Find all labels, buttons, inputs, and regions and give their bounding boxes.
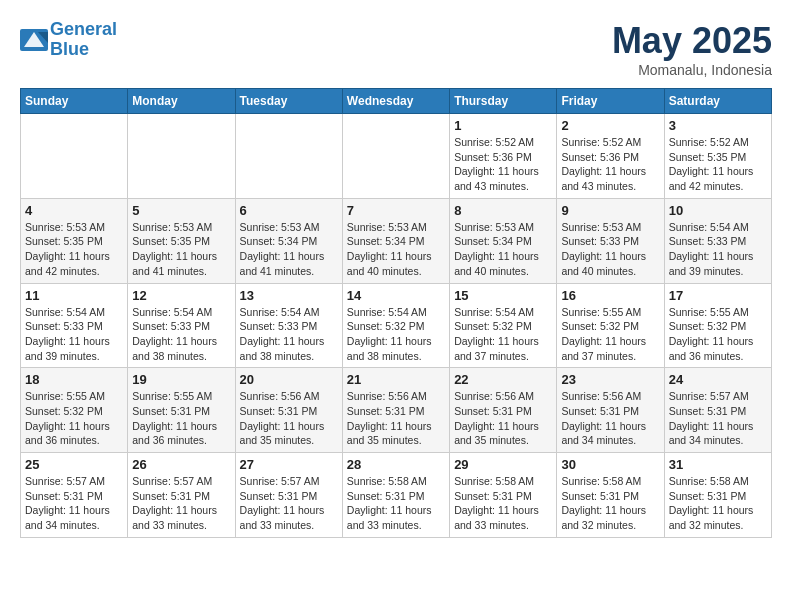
location-subtitle: Momanalu, Indonesia [612, 62, 772, 78]
day-number: 21 [347, 372, 445, 387]
day-number: 30 [561, 457, 659, 472]
logo-text: General Blue [50, 20, 117, 60]
day-info: Sunrise: 5:57 AMSunset: 5:31 PMDaylight:… [240, 474, 338, 533]
day-info: Sunrise: 5:54 AMSunset: 5:33 PMDaylight:… [240, 305, 338, 364]
day-number: 15 [454, 288, 552, 303]
calendar-cell: 18Sunrise: 5:55 AMSunset: 5:32 PMDayligh… [21, 368, 128, 453]
page-header: General Blue May 2025 Momanalu, Indonesi… [20, 20, 772, 78]
weekday-header-cell: Sunday [21, 89, 128, 114]
calendar-cell: 20Sunrise: 5:56 AMSunset: 5:31 PMDayligh… [235, 368, 342, 453]
day-number: 23 [561, 372, 659, 387]
calendar-cell: 14Sunrise: 5:54 AMSunset: 5:32 PMDayligh… [342, 283, 449, 368]
day-number: 28 [347, 457, 445, 472]
day-number: 29 [454, 457, 552, 472]
logo-line2: Blue [50, 39, 89, 59]
calendar-cell: 30Sunrise: 5:58 AMSunset: 5:31 PMDayligh… [557, 453, 664, 538]
day-number: 13 [240, 288, 338, 303]
day-info: Sunrise: 5:53 AMSunset: 5:34 PMDaylight:… [240, 220, 338, 279]
calendar-week-row: 18Sunrise: 5:55 AMSunset: 5:32 PMDayligh… [21, 368, 772, 453]
day-number: 26 [132, 457, 230, 472]
day-number: 2 [561, 118, 659, 133]
day-number: 1 [454, 118, 552, 133]
weekday-header-cell: Wednesday [342, 89, 449, 114]
calendar-cell: 9Sunrise: 5:53 AMSunset: 5:33 PMDaylight… [557, 198, 664, 283]
day-info: Sunrise: 5:56 AMSunset: 5:31 PMDaylight:… [347, 389, 445, 448]
calendar-cell [235, 114, 342, 199]
day-number: 18 [25, 372, 123, 387]
calendar-week-row: 4Sunrise: 5:53 AMSunset: 5:35 PMDaylight… [21, 198, 772, 283]
calendar-cell: 2Sunrise: 5:52 AMSunset: 5:36 PMDaylight… [557, 114, 664, 199]
day-number: 7 [347, 203, 445, 218]
day-number: 12 [132, 288, 230, 303]
day-info: Sunrise: 5:57 AMSunset: 5:31 PMDaylight:… [132, 474, 230, 533]
calendar-cell: 24Sunrise: 5:57 AMSunset: 5:31 PMDayligh… [664, 368, 771, 453]
day-info: Sunrise: 5:56 AMSunset: 5:31 PMDaylight:… [240, 389, 338, 448]
day-info: Sunrise: 5:55 AMSunset: 5:32 PMDaylight:… [561, 305, 659, 364]
calendar-cell: 1Sunrise: 5:52 AMSunset: 5:36 PMDaylight… [450, 114, 557, 199]
calendar-cell: 3Sunrise: 5:52 AMSunset: 5:35 PMDaylight… [664, 114, 771, 199]
weekday-header-cell: Friday [557, 89, 664, 114]
calendar-cell [21, 114, 128, 199]
calendar-cell: 11Sunrise: 5:54 AMSunset: 5:33 PMDayligh… [21, 283, 128, 368]
calendar-cell: 8Sunrise: 5:53 AMSunset: 5:34 PMDaylight… [450, 198, 557, 283]
weekday-header-row: SundayMondayTuesdayWednesdayThursdayFrid… [21, 89, 772, 114]
day-info: Sunrise: 5:57 AMSunset: 5:31 PMDaylight:… [669, 389, 767, 448]
day-number: 27 [240, 457, 338, 472]
day-number: 16 [561, 288, 659, 303]
day-number: 6 [240, 203, 338, 218]
weekday-header-cell: Tuesday [235, 89, 342, 114]
calendar-cell: 19Sunrise: 5:55 AMSunset: 5:31 PMDayligh… [128, 368, 235, 453]
day-info: Sunrise: 5:58 AMSunset: 5:31 PMDaylight:… [669, 474, 767, 533]
day-info: Sunrise: 5:53 AMSunset: 5:33 PMDaylight:… [561, 220, 659, 279]
calendar-cell: 29Sunrise: 5:58 AMSunset: 5:31 PMDayligh… [450, 453, 557, 538]
day-info: Sunrise: 5:56 AMSunset: 5:31 PMDaylight:… [561, 389, 659, 448]
day-info: Sunrise: 5:54 AMSunset: 5:32 PMDaylight:… [347, 305, 445, 364]
calendar-cell: 28Sunrise: 5:58 AMSunset: 5:31 PMDayligh… [342, 453, 449, 538]
day-info: Sunrise: 5:58 AMSunset: 5:31 PMDaylight:… [347, 474, 445, 533]
day-number: 3 [669, 118, 767, 133]
calendar-cell: 5Sunrise: 5:53 AMSunset: 5:35 PMDaylight… [128, 198, 235, 283]
day-number: 11 [25, 288, 123, 303]
title-block: May 2025 Momanalu, Indonesia [612, 20, 772, 78]
day-info: Sunrise: 5:58 AMSunset: 5:31 PMDaylight:… [454, 474, 552, 533]
logo: General Blue [20, 20, 117, 60]
day-info: Sunrise: 5:55 AMSunset: 5:32 PMDaylight:… [25, 389, 123, 448]
day-info: Sunrise: 5:55 AMSunset: 5:32 PMDaylight:… [669, 305, 767, 364]
day-info: Sunrise: 5:52 AMSunset: 5:36 PMDaylight:… [561, 135, 659, 194]
day-number: 17 [669, 288, 767, 303]
day-number: 9 [561, 203, 659, 218]
day-info: Sunrise: 5:56 AMSunset: 5:31 PMDaylight:… [454, 389, 552, 448]
day-info: Sunrise: 5:53 AMSunset: 5:35 PMDaylight:… [132, 220, 230, 279]
calendar-cell: 7Sunrise: 5:53 AMSunset: 5:34 PMDaylight… [342, 198, 449, 283]
day-number: 24 [669, 372, 767, 387]
calendar-cell: 12Sunrise: 5:54 AMSunset: 5:33 PMDayligh… [128, 283, 235, 368]
calendar-week-row: 11Sunrise: 5:54 AMSunset: 5:33 PMDayligh… [21, 283, 772, 368]
day-number: 25 [25, 457, 123, 472]
calendar-cell: 31Sunrise: 5:58 AMSunset: 5:31 PMDayligh… [664, 453, 771, 538]
day-info: Sunrise: 5:57 AMSunset: 5:31 PMDaylight:… [25, 474, 123, 533]
calendar-cell: 26Sunrise: 5:57 AMSunset: 5:31 PMDayligh… [128, 453, 235, 538]
weekday-header-cell: Monday [128, 89, 235, 114]
weekday-header-cell: Thursday [450, 89, 557, 114]
day-info: Sunrise: 5:53 AMSunset: 5:34 PMDaylight:… [454, 220, 552, 279]
calendar-week-row: 1Sunrise: 5:52 AMSunset: 5:36 PMDaylight… [21, 114, 772, 199]
calendar-cell [342, 114, 449, 199]
day-info: Sunrise: 5:53 AMSunset: 5:34 PMDaylight:… [347, 220, 445, 279]
day-info: Sunrise: 5:54 AMSunset: 5:33 PMDaylight:… [25, 305, 123, 364]
day-number: 14 [347, 288, 445, 303]
day-number: 22 [454, 372, 552, 387]
logo-line1: General [50, 19, 117, 39]
calendar-cell: 17Sunrise: 5:55 AMSunset: 5:32 PMDayligh… [664, 283, 771, 368]
day-number: 5 [132, 203, 230, 218]
day-number: 19 [132, 372, 230, 387]
calendar-cell [128, 114, 235, 199]
day-info: Sunrise: 5:52 AMSunset: 5:36 PMDaylight:… [454, 135, 552, 194]
day-info: Sunrise: 5:53 AMSunset: 5:35 PMDaylight:… [25, 220, 123, 279]
calendar-cell: 27Sunrise: 5:57 AMSunset: 5:31 PMDayligh… [235, 453, 342, 538]
day-number: 20 [240, 372, 338, 387]
calendar-cell: 25Sunrise: 5:57 AMSunset: 5:31 PMDayligh… [21, 453, 128, 538]
day-info: Sunrise: 5:58 AMSunset: 5:31 PMDaylight:… [561, 474, 659, 533]
day-info: Sunrise: 5:55 AMSunset: 5:31 PMDaylight:… [132, 389, 230, 448]
day-number: 10 [669, 203, 767, 218]
calendar-cell: 15Sunrise: 5:54 AMSunset: 5:32 PMDayligh… [450, 283, 557, 368]
